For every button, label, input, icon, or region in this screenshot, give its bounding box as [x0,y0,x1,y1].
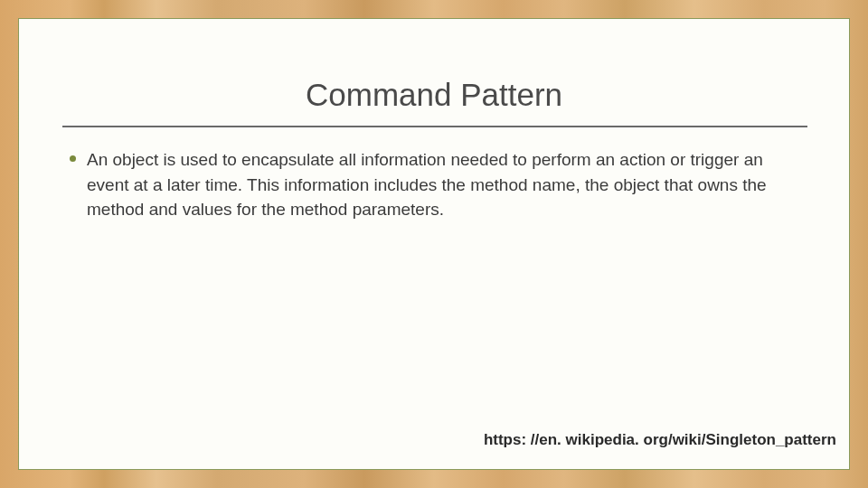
footer-link: https: //en. wikipedia. org/wiki/Singlet… [484,431,836,449]
title-underline [62,126,807,127]
slide-body: An object is used to encapsulate all inf… [62,147,806,222]
bullet-text: An object is used to encapsulate all inf… [87,147,783,222]
slide-title: Command Pattern [62,77,806,113]
slide: Command Pattern An object is used to enc… [18,18,850,470]
bullet-icon [70,155,76,162]
bullet-item: An object is used to encapsulate all inf… [68,147,800,222]
